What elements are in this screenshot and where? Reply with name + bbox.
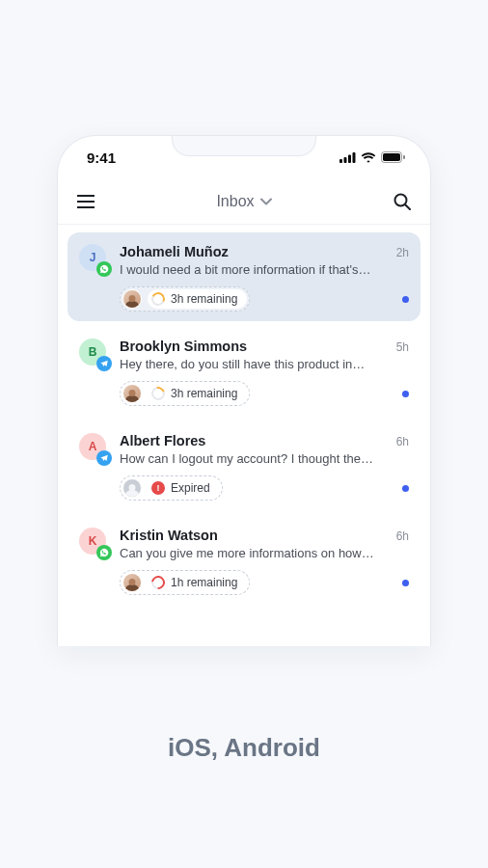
- conversation-name: Albert Flores: [120, 433, 205, 448]
- svg-point-10: [395, 194, 407, 205]
- avatar: A: [79, 433, 110, 464]
- svg-rect-0: [339, 159, 342, 163]
- whatsapp-icon: [96, 261, 112, 277]
- cellular-icon: [339, 152, 356, 163]
- wifi-icon: [361, 152, 376, 163]
- telegram-icon: [96, 450, 112, 466]
- unread-indicator: [402, 485, 409, 492]
- notch: [172, 135, 316, 156]
- svg-rect-1: [344, 157, 347, 163]
- search-icon: [393, 193, 411, 210]
- meta-chip: 1h remaining: [120, 570, 250, 595]
- conversation-name: Johameli Muñoz: [120, 244, 229, 259]
- conversation-time: 2h: [396, 246, 409, 259]
- svg-rect-5: [383, 153, 400, 161]
- conversation-preview: How can I logout my account? I thought t…: [120, 451, 409, 466]
- assignee-avatar: [122, 384, 142, 403]
- conversation-time: 5h: [396, 340, 409, 354]
- conversation-preview: Hey there, do you still have this produc…: [120, 357, 409, 371]
- conversation-name: Kristin Watson: [120, 528, 218, 543]
- conversation-time: 6h: [396, 529, 409, 543]
- sla-pill: ! Expired: [148, 478, 220, 498]
- conversation-preview: I would need a bit more information if t…: [120, 262, 409, 277]
- sla-expired-icon: !: [151, 481, 165, 495]
- sla-label: Expired: [171, 481, 210, 495]
- unread-indicator: [402, 296, 409, 303]
- sla-ring-icon: [149, 290, 167, 308]
- sla-label: 3h remaining: [171, 292, 237, 306]
- assignee-avatar: [122, 289, 142, 309]
- hamburger-icon: [77, 195, 95, 208]
- menu-button[interactable]: [75, 191, 96, 212]
- whatsapp-icon: [96, 545, 112, 560]
- avatar: J: [79, 244, 110, 275]
- conversation-row[interactable]: K Kristin Watson 6h Can you give me more…: [68, 516, 420, 605]
- telegram-icon: [96, 356, 112, 371]
- phone-frame: 9:41 Inbox J: [57, 135, 431, 646]
- battery-icon: [381, 151, 405, 163]
- sla-ring-icon: [149, 384, 167, 402]
- caption: iOS, Android: [168, 733, 320, 763]
- sla-label: 1h remaining: [171, 576, 237, 589]
- unassigned-avatar: [122, 478, 142, 498]
- sla-pill: 1h remaining: [148, 573, 247, 592]
- svg-rect-6: [403, 155, 405, 159]
- conversation-row[interactable]: A Albert Flores 6h How can I logout my a…: [68, 421, 420, 510]
- status-time: 9:41: [87, 149, 116, 166]
- conversation-name: Brooklyn Simmons: [120, 339, 247, 354]
- conversation-time: 6h: [396, 435, 409, 448]
- sla-label: 3h remaining: [171, 387, 237, 400]
- nav-bar: Inbox: [58, 178, 430, 225]
- search-button[interactable]: [392, 191, 413, 212]
- assignee-avatar: [122, 573, 142, 592]
- sla-pill: 3h remaining: [148, 384, 247, 403]
- conversation-preview: Can you give me more informations on how…: [120, 546, 409, 560]
- avatar: K: [79, 528, 110, 558]
- meta-chip: 3h remaining: [120, 286, 250, 312]
- nav-title: Inbox: [216, 193, 254, 210]
- inbox-dropdown[interactable]: Inbox: [96, 193, 392, 210]
- unread-indicator: [402, 391, 409, 397]
- meta-chip: 3h remaining: [120, 381, 250, 406]
- svg-rect-2: [348, 154, 351, 163]
- conversation-list: J Johameli Muñoz 2h I would need a bit m…: [58, 225, 430, 612]
- conversation-row[interactable]: J Johameli Muñoz 2h I would need a bit m…: [68, 232, 420, 321]
- svg-line-11: [406, 204, 411, 209]
- conversation-row[interactable]: B Brooklyn Simmons 5h Hey there, do you …: [68, 327, 420, 416]
- avatar: B: [79, 339, 110, 369]
- meta-chip: ! Expired: [120, 475, 223, 501]
- unread-indicator: [402, 580, 409, 586]
- sla-pill: 3h remaining: [148, 289, 247, 309]
- chevron-down-icon: [260, 198, 272, 205]
- status-indicators: [339, 151, 405, 163]
- sla-ring-icon: [149, 573, 168, 592]
- svg-rect-3: [353, 152, 356, 163]
